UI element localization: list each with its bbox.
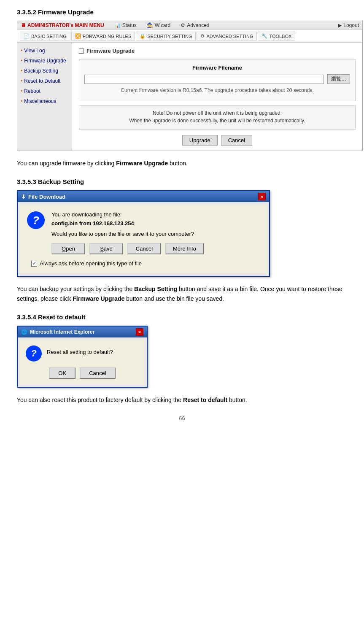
dialog-titlebar-left: ⬇ File Download	[21, 194, 65, 200]
ie-content-row: ? Reset all setting to default?	[26, 345, 139, 362]
question-icon: ?	[27, 211, 45, 229]
fw-title-checkbox-icon	[79, 49, 84, 54]
advanced-icon: ⚙	[181, 22, 185, 28]
sidebar-reset-to-default[interactable]: Reset to Default	[21, 78, 68, 84]
dialog-checkbox-row: Always ask before opening this type of f…	[27, 260, 260, 267]
dialog-title-text: File Download	[28, 194, 65, 200]
status-nav-item[interactable]: 📊 Status	[114, 22, 137, 28]
file-download-dialog-wrapper: ⬇ File Download × ? You are downloading …	[17, 190, 270, 277]
toolbox-icon: 🔧	[262, 33, 267, 39]
advanced-nav-item[interactable]: ⚙ Advanced	[181, 22, 209, 28]
forwarding-rules-tab[interactable]: 🔀 FORWARDING RULES	[71, 32, 135, 40]
security-icon: 🔒	[140, 33, 146, 39]
ie-close-button[interactable]: ×	[136, 328, 143, 336]
forwarding-icon: 🔀	[75, 33, 81, 39]
ie-cancel-button[interactable]: Cancel	[80, 367, 115, 379]
fw-filename-input[interactable]	[84, 75, 324, 84]
file-name: config.bin from 192.168.123.254	[51, 220, 194, 227]
security-setting-tab[interactable]: 🔒 SECURITY SETTING	[136, 32, 196, 40]
page-footer: 66	[17, 415, 347, 421]
question-text: Would you like to open the file or save …	[51, 231, 194, 237]
advanced-setting-icon: ⚙	[200, 33, 205, 39]
fw-body-text: You can upgrade firmware by clicking Fir…	[17, 159, 347, 168]
main-nav-bar: 🖥 ADMINISTRATOR's MAIN MENU 📊 Status 🧙 W…	[17, 21, 362, 30]
ie-dialog-body: ? Reset all setting to default? OK Cance…	[18, 337, 147, 387]
dialog-btn-row: Open Save Cancel More Info	[27, 243, 260, 254]
dialog-content-row: ? You are downloading the file: config.b…	[27, 211, 260, 237]
fw-sidebar: View Log Firmware Upgrade Backup Setting…	[17, 43, 72, 151]
fw-note-box: Note! Do not power off the unit when it …	[79, 105, 356, 130]
dialog-titlebar: ⬇ File Download ×	[18, 191, 269, 202]
file-desc: You are downloading the file:	[51, 211, 194, 218]
toolbox-tab[interactable]: 🔧 TOOLBOX	[258, 32, 295, 40]
firmware-upgrade-screenshot: 🖥 ADMINISTRATOR's MAIN MENU 📊 Status 🧙 W…	[17, 21, 363, 151]
admin-icon: 🖥	[21, 22, 26, 28]
dialog-more-info-button[interactable]: More Info	[165, 243, 204, 254]
ie-btn-row: OK Cancel	[26, 367, 139, 379]
fw-filename-label: Firmware Filename	[84, 65, 350, 71]
ie-message-text: Reset all setting to default?	[47, 345, 113, 355]
section-reset-heading: 3.3.5.4 Reset to default	[17, 313, 347, 321]
section-firmware-upgrade: 3.3.5.2 Firmware Upgrade 🖥 ADMINISTRATOR…	[17, 8, 347, 168]
fw-content-title: Firmware Upgrade	[79, 48, 356, 54]
fw-filename-section: Firmware Filename 瀏覧… Current firmware v…	[79, 59, 356, 101]
admin-menu-link[interactable]: 🖥 ADMINISTRATOR's MAIN MENU	[21, 22, 104, 28]
section-fw-heading: 3.3.5.2 Firmware Upgrade	[17, 8, 347, 16]
ie-title-text: Microsoft Internet Explorer	[30, 329, 94, 335]
fw-note1: Note! Do not power off the unit when it …	[86, 110, 348, 116]
basic-setting-icon: 📄	[24, 33, 30, 39]
logout-icon: ▶	[338, 22, 342, 28]
dialog-text-area: You are downloading the file: config.bin…	[51, 211, 194, 237]
page-number: 66	[179, 415, 185, 421]
sidebar-backup-setting[interactable]: Backup Setting	[21, 68, 68, 74]
backup-body-text: You can backup your settings by clicking…	[17, 284, 347, 303]
fw-info-text: Current firmware version is R0.15a6. The…	[84, 87, 350, 93]
fw-filename-row: 瀏覧…	[84, 74, 350, 84]
sidebar-view-log[interactable]: View Log	[21, 48, 68, 54]
dialog-close-button[interactable]: ×	[258, 193, 266, 200]
ie-dialog-titlebar: 🌐 Microsoft Internet Explorer ×	[18, 326, 147, 337]
sidebar-reboot[interactable]: Reboot	[21, 88, 68, 94]
section-reset-default: 3.3.5.4 Reset to default 🌐 Microsoft Int…	[17, 313, 347, 405]
sidebar-miscellaneous[interactable]: Miscellaneous	[21, 98, 68, 104]
wizard-nav-item[interactable]: 🧙 Wizard	[147, 22, 170, 28]
reset-body-text: You can also reset this product to facto…	[17, 395, 347, 405]
ie-dialog: 🌐 Microsoft Internet Explorer × ? Reset …	[17, 326, 148, 388]
sidebar-firmware-upgrade[interactable]: Firmware Upgrade	[21, 58, 68, 64]
download-title-icon: ⬇	[21, 194, 26, 200]
section-backup-setting: 3.3.5.3 Backup Setting ⬇ File Download ×…	[17, 178, 347, 303]
fw-main-area: View Log Firmware Upgrade Backup Setting…	[17, 43, 362, 151]
ie-dialog-wrapper: 🌐 Microsoft Internet Explorer × ? Reset …	[17, 326, 347, 388]
always-ask-label: Always ask before opening this type of f…	[40, 260, 142, 267]
fw-cancel-button[interactable]: Cancel	[221, 135, 252, 146]
logout-nav-item[interactable]: ▶ Logout	[338, 22, 359, 28]
ie-ok-button[interactable]: OK	[49, 367, 75, 379]
section-backup-heading: 3.3.5.3 Backup Setting	[17, 178, 347, 185]
dialog-body: ? You are downloading the file: config.b…	[18, 202, 269, 276]
dialog-cancel-button[interactable]: Cancel	[127, 243, 161, 254]
file-download-dialog: ⬇ File Download × ? You are downloading …	[17, 190, 270, 277]
fw-upgrade-button[interactable]: Upgrade	[182, 135, 218, 146]
dialog-save-button[interactable]: Save	[89, 243, 123, 254]
status-icon: 📊	[114, 22, 121, 28]
dialog-open-button[interactable]: Open	[51, 243, 85, 254]
wizard-icon: 🧙	[147, 22, 153, 28]
fw-btn-row: Upgrade Cancel	[79, 135, 356, 146]
fw-note2: When the upgrade is done successfully, t…	[86, 118, 348, 124]
always-ask-checkbox[interactable]	[31, 261, 37, 267]
fw-browse-button[interactable]: 瀏覧…	[327, 74, 350, 84]
ie-title-icon: 🌐	[21, 329, 27, 335]
advanced-setting-tab[interactable]: ⚙ ADVANCED SETTING	[197, 32, 257, 40]
ie-titlebar-left: 🌐 Microsoft Internet Explorer	[21, 329, 94, 335]
basic-setting-tab[interactable]: 📄 BASIC SETTING	[20, 32, 70, 40]
ie-question-icon: ?	[26, 345, 42, 362]
fw-content-panel: Firmware Upgrade Firmware Filename 瀏覧… C…	[72, 43, 362, 151]
sub-nav-bar: 📄 BASIC SETTING 🔀 FORWARDING RULES 🔒 SEC…	[17, 30, 362, 43]
